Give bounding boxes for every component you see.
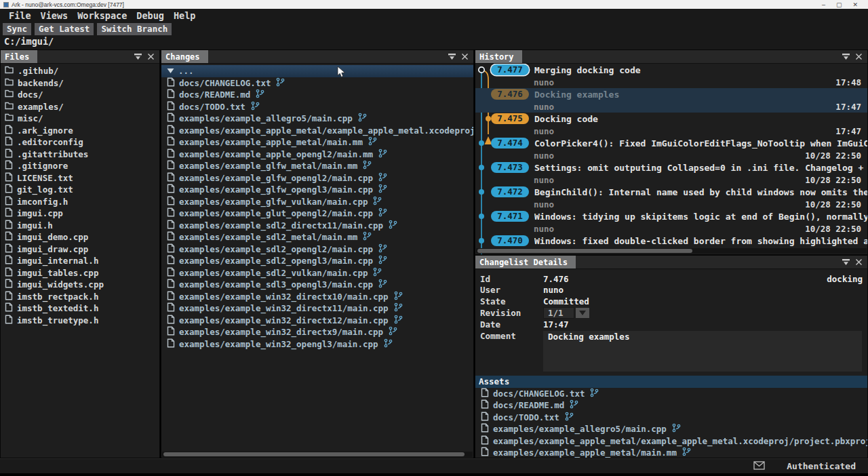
file-tree-item[interactable]: LICENSE.txt xyxy=(1,172,159,184)
file-tree-item[interactable]: imstb_textedit.h xyxy=(1,302,159,315)
asset-list-item[interactable]: examples/example_apple_metal/main.mm xyxy=(475,447,867,458)
file-tree-item[interactable]: docs/ xyxy=(1,89,159,101)
file-icon xyxy=(5,172,13,184)
file-tree-item[interactable]: examples/ xyxy=(1,101,159,113)
close-icon[interactable] xyxy=(855,53,863,60)
close-icon[interactable] xyxy=(461,53,469,60)
file-tree-item[interactable]: .gitignore xyxy=(1,160,159,172)
file-tree-item[interactable]: .ark_ignore xyxy=(1,125,159,137)
change-list-item[interactable]: examples/example_glfw_opengl3/main.cpp xyxy=(161,184,473,196)
file-tree-item[interactable]: imgui.cpp xyxy=(1,207,159,220)
menu-item-help[interactable]: Help xyxy=(169,10,201,21)
menu-item-views[interactable]: Views xyxy=(36,10,73,21)
close-icon[interactable] xyxy=(855,258,863,266)
history-entry[interactable]: 7.474ColorPicker4(): Fixed ImGuiColorEdi… xyxy=(475,137,867,161)
tab-files[interactable]: Files xyxy=(1,50,37,63)
commit-author: nuno xyxy=(534,102,835,112)
menu-item-debug[interactable]: Debug xyxy=(132,10,169,21)
file-tree-item[interactable]: imgui_internal.h xyxy=(1,255,159,267)
toolbar-button-switch-branch[interactable]: Switch Branch xyxy=(97,23,172,35)
change-list-item[interactable]: examples/example_sdl2_vulkan/main.cpp xyxy=(161,267,473,279)
change-list-item[interactable]: examples/example_glfw_vulkan/main.cpp xyxy=(161,196,473,208)
file-tree-item[interactable]: imgui_tables.cpp xyxy=(1,267,159,279)
changes-hscroll-thumb[interactable] xyxy=(163,452,465,456)
history-entry-line1: 7.475Docking code xyxy=(475,113,867,125)
change-list-item[interactable]: examples/example_win32_directx10/main.cp… xyxy=(161,291,473,303)
file-tree-item[interactable]: backends/ xyxy=(1,77,159,90)
close-button[interactable]: ✕ xyxy=(852,1,858,9)
history-hscrollbar xyxy=(476,248,867,254)
change-list-item[interactable]: examples/example_glut_opengl2/main.cpp xyxy=(161,207,473,220)
history-entry[interactable]: 7.477Merging docking codenuno17:48 xyxy=(475,64,867,88)
changelist-details-panel: Changelist Details Id 7.476 docking User… xyxy=(475,255,868,458)
minimize-button[interactable]: – xyxy=(822,1,825,9)
comment-field[interactable]: Docking examples xyxy=(543,331,862,372)
menu-item-file[interactable]: File xyxy=(4,10,36,21)
change-list-item[interactable]: examples/example_sdl2_opengl3/main.cpp xyxy=(161,255,473,267)
history-entry[interactable]: 7.471Windows: tidying up skipitems logic… xyxy=(475,210,867,235)
change-list-item[interactable]: examples/example_win32_directx12/main.cp… xyxy=(161,315,473,327)
file-tree-item[interactable]: imgui_demo.cpp xyxy=(1,231,159,243)
change-list-item[interactable]: examples/example_win32_directx9/main.cpp xyxy=(161,326,473,338)
file-icon xyxy=(167,231,175,243)
toolbar-button-sync[interactable]: Sync xyxy=(3,23,31,35)
toolbar-button-get-latest[interactable]: Get Latest xyxy=(35,23,94,35)
filter-icon[interactable] xyxy=(134,53,142,60)
change-list-item[interactable]: examples/example_sdl3_opengl3/main.cpp xyxy=(161,279,473,291)
file-tree-item[interactable]: imconfig.h xyxy=(1,196,159,208)
change-list-item[interactable]: examples/example_apple_metal/main.mm xyxy=(161,136,473,148)
tab-changelist-details[interactable]: Changelist Details xyxy=(475,256,576,269)
asset-list-item[interactable]: docs/README.md xyxy=(475,399,867,412)
file-tree-item[interactable]: misc/ xyxy=(1,113,159,125)
file-tree-item[interactable]: imgui_draw.cpp xyxy=(1,243,159,256)
changes-root-row[interactable]: ... xyxy=(161,65,473,77)
change-list-item[interactable]: examples/example_glfw_opengl2/main.cpp xyxy=(161,172,473,184)
file-tree-item[interactable]: .github/ xyxy=(1,65,159,77)
file-tree-item[interactable]: imgui.h xyxy=(1,220,159,232)
file-icon xyxy=(5,279,13,290)
file-tree-item[interactable]: imstb_truetype.h xyxy=(1,315,159,327)
history-entry[interactable]: 7.473Settings: omit outputing Collapsed=… xyxy=(475,161,867,186)
change-list-item[interactable]: examples/example_allegro5/main.cpp xyxy=(161,113,473,125)
change-list-item[interactable]: docs/README.md xyxy=(161,89,473,101)
file-tree-item[interactable]: .gitattributes xyxy=(1,148,159,161)
change-list-item[interactable]: docs/TODO.txt xyxy=(161,101,473,113)
change-file-path: examples/example_glfw_opengl3/main.cpp xyxy=(179,184,373,195)
file-icon xyxy=(5,220,13,231)
change-list-item[interactable]: examples/example_win32_directx11/main.cp… xyxy=(161,302,473,315)
file-icon xyxy=(5,315,13,326)
history-entry[interactable]: 7.472BeginChild(): Internal name used by… xyxy=(475,186,867,210)
file-tree-item[interactable]: git_log.txt xyxy=(1,184,159,196)
change-list-item[interactable]: examples/example_sdl2_opengl2/main.cpp xyxy=(161,243,473,256)
close-icon[interactable] xyxy=(147,53,155,60)
file-tree-item[interactable]: imstb_rectpack.h xyxy=(1,291,159,303)
filter-icon[interactable] xyxy=(842,53,850,60)
file-tree-item[interactable]: imgui_widgets.cpp xyxy=(1,279,159,291)
tab-history[interactable]: History xyxy=(475,50,522,63)
change-list-item[interactable]: examples/example_sdl2_metal/main.mm xyxy=(161,231,473,243)
asset-list-item[interactable]: docs/CHANGELOG.txt xyxy=(475,388,867,400)
revision-dropdown[interactable] xyxy=(576,308,589,318)
file-icon xyxy=(481,447,489,458)
history-hscroll-thumb[interactable] xyxy=(477,249,692,253)
branch-icon xyxy=(672,423,681,435)
maximize-button[interactable]: ▢ xyxy=(836,1,842,9)
history-entry[interactable]: 7.475Docking codenuno17:47 xyxy=(475,113,867,137)
filter-icon[interactable] xyxy=(448,53,456,60)
asset-list-item[interactable]: docs/TODO.txt xyxy=(475,412,867,424)
asset-list-item[interactable]: examples/example_apple_metal/example_app… xyxy=(475,435,867,448)
change-list-item[interactable]: docs/CHANGELOG.txt xyxy=(161,77,473,90)
status-bar: Authenticated xyxy=(0,458,868,473)
tab-changes[interactable]: Changes xyxy=(161,50,208,63)
change-list-item[interactable]: examples/example_apple_metal/example_app… xyxy=(161,125,473,137)
history-entry-line1: 7.477Merging docking code xyxy=(475,64,867,76)
file-tree-item[interactable]: .editorconfig xyxy=(1,136,159,148)
filter-icon[interactable] xyxy=(842,258,850,266)
menu-item-workspace[interactable]: Workspace xyxy=(73,10,132,21)
history-entry[interactable]: 7.476Docking examplesnuno17:47 xyxy=(475,88,867,113)
change-list-item[interactable]: examples/example_win32_opengl3/main.cpp xyxy=(161,338,473,351)
asset-list-item[interactable]: examples/example_allegro5/main.cpp xyxy=(475,423,867,435)
change-list-item[interactable]: examples/example_apple_opengl2/main.mm xyxy=(161,148,473,161)
change-list-item[interactable]: examples/example_glfw_metal/main.mm xyxy=(161,160,473,172)
change-list-item[interactable]: examples/example_sdl2_directx11/main.cpp xyxy=(161,220,473,232)
